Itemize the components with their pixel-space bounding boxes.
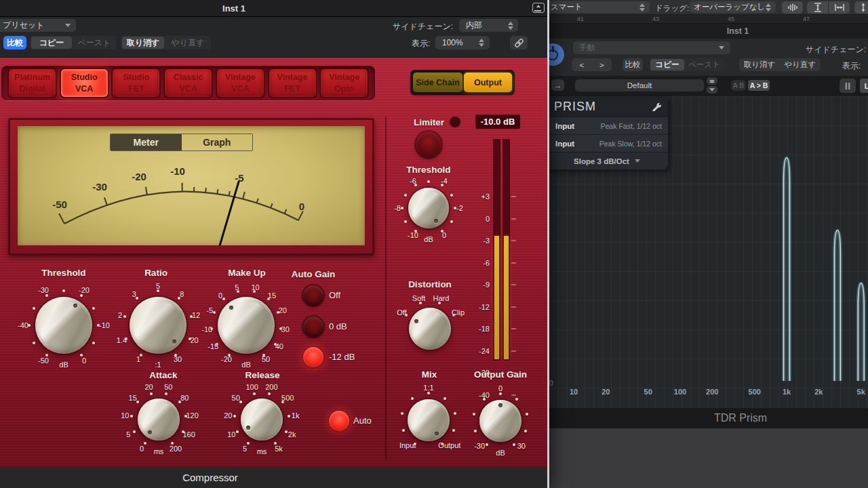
- model-button[interactable]: VintageOpto: [319, 68, 369, 98]
- knob-scale-label: -8: [394, 204, 401, 212]
- led-button[interactable]: [303, 285, 323, 306]
- model-button[interactable]: VintageVCA: [216, 68, 265, 98]
- knob-scale-label: 0: [82, 357, 86, 365]
- popout-window-icon[interactable]: [532, 3, 545, 13]
- bg-pause-button[interactable]: [840, 79, 856, 93]
- knob-tick: [136, 401, 139, 403]
- auto-release-led-button[interactable]: [329, 411, 349, 431]
- tdr-prism-titlebar[interactable]: TDR Prism: [549, 408, 868, 428]
- limiter-button[interactable]: [416, 131, 441, 157]
- knob-scale-label: -30: [474, 442, 485, 450]
- meter-scale-label: +3: [467, 192, 490, 201]
- bg-prev-button[interactable]: <: [572, 61, 592, 69]
- knob-scale-label: 0: [140, 445, 144, 453]
- comp-window-title: Inst 1: [222, 3, 245, 14]
- side-chain-button[interactable]: Side Chain: [413, 73, 462, 92]
- knob-face: [241, 399, 283, 441]
- knob-pointer: [73, 304, 77, 308]
- bg-plugin-titlebar[interactable]: Inst 1: [549, 24, 868, 39]
- bg-copy-button[interactable]: コピー: [650, 59, 684, 70]
- knob-scale-label: 8: [180, 290, 184, 298]
- model-button[interactable]: ClassicVCA: [163, 68, 213, 98]
- prism-input-row[interactable]: Input Peak Fast, 1/12 oct: [546, 117, 668, 134]
- threshold-knob[interactable]: -50-40-30-20-100dB: [12, 274, 115, 377]
- meter-tick: [511, 306, 516, 308]
- bg-link-mode-button[interactable]: L: [860, 79, 868, 93]
- bg-next-preset-button[interactable]: →: [551, 79, 564, 91]
- vertical-zoom-icon: [814, 3, 822, 12]
- meter-tick: [511, 328, 516, 329]
- knob-tick: [62, 289, 65, 292]
- bg-preset-dropdown[interactable]: 手動: [573, 41, 730, 54]
- bg-paste-button[interactable]: ペースト: [684, 60, 724, 70]
- freq-label: 5k: [857, 388, 865, 396]
- knob-tick: [33, 342, 35, 344]
- bg-redo-button[interactable]: やり直す: [785, 60, 816, 70]
- tab-meter[interactable]: Meter: [111, 134, 182, 150]
- ruler-number: 47: [803, 16, 810, 22]
- comp-undo-button[interactable]: 取り消す: [122, 37, 164, 49]
- led-button[interactable]: [303, 347, 323, 367]
- comp-zoom-dropdown[interactable]: 100%: [435, 36, 490, 49]
- prism-title: PRISM: [554, 100, 596, 114]
- comp-paste-button[interactable]: ペースト: [75, 37, 114, 49]
- makeup-knob[interactable]: -20-15-10-505101520304050dB: [196, 275, 296, 375]
- comp-sidechain-dropdown[interactable]: 内部: [459, 19, 518, 32]
- limiter-threshold-knob[interactable]: -10-8-6-4-20dB: [387, 166, 471, 250]
- knob-scale-label: 50: [164, 383, 172, 391]
- knob-scale-label: 5: [243, 445, 247, 453]
- knob-pointer: [246, 426, 250, 430]
- vertical-zoom-button[interactable]: [807, 1, 829, 14]
- vu-scale-label: -50: [52, 199, 67, 210]
- tdr-prism-window-title: TDR Prism: [714, 412, 767, 424]
- model-button[interactable]: PlatinumDigital: [7, 68, 57, 98]
- model-button[interactable]: StudioVCA: [60, 68, 109, 98]
- chevron-down-icon: [635, 159, 640, 163]
- model-button[interactable]: StudioFET: [111, 68, 161, 98]
- knob-scale-label: 5: [156, 282, 160, 290]
- limiter-threshold-display[interactable]: -10.0 dB: [475, 115, 520, 129]
- knob-face: [408, 188, 449, 228]
- knob-tick: [513, 443, 515, 446]
- comp-link-button[interactable]: [510, 36, 528, 49]
- comp-preset-dropdown[interactable]: プリセット: [0, 19, 76, 32]
- freq-label: 200: [706, 388, 718, 396]
- bg-a-to-b-button[interactable]: A > B: [748, 80, 770, 91]
- bg-preset-stepper[interactable]: [707, 77, 717, 94]
- bg-compare-button[interactable]: 比較: [623, 58, 643, 71]
- knob-scale-label: 3: [132, 290, 136, 298]
- horizontal-zoom-button[interactable]: [829, 1, 850, 14]
- led-button[interactable]: [303, 317, 323, 337]
- knob-tick: [483, 398, 486, 401]
- output-gain-knob[interactable]: 0-3030dB: [457, 378, 544, 464]
- knob-scale-label: 0: [218, 291, 222, 300]
- ratio-knob[interactable]: 11.42358122030:1: [108, 275, 208, 375]
- comp-redo-button[interactable]: やり直す: [167, 37, 209, 49]
- drag-mode-dropdown[interactable]: オーバーラップなし: [690, 1, 776, 13]
- knob-scale-label: Off: [397, 308, 406, 317]
- prism-slope-dropdown[interactable]: Slope 3 dB/Oct: [546, 152, 668, 169]
- smart-mode-dropdown[interactable]: スマート: [547, 1, 650, 13]
- bg-next-button[interactable]: >: [592, 61, 612, 69]
- output-button[interactable]: Output: [464, 73, 512, 92]
- comp-sidechain-value: 内部: [466, 20, 482, 31]
- comp-copy-button[interactable]: コピー: [31, 37, 72, 49]
- comp-compare-button[interactable]: 比較: [3, 36, 26, 49]
- knob-scale-label: 1:1: [423, 384, 433, 392]
- model-selector-strip: PlatinumDigitalStudioVCAStudioFETClassic…: [1, 66, 375, 100]
- tab-graph[interactable]: Graph: [182, 134, 253, 150]
- prism-input-row[interactable]: Input Peak Slow, 1/12 oct: [546, 134, 668, 152]
- attack-knob[interactable]: 051015205080120160200ms: [114, 375, 203, 464]
- bg-ab-button[interactable]: A B: [731, 80, 746, 91]
- vertical-arrows-button[interactable]: [854, 1, 868, 14]
- distortion-knob[interactable]: OffSoftHardClip: [387, 285, 473, 372]
- bg-default-preset-field[interactable]: Default: [575, 79, 704, 92]
- release-knob[interactable]: 51020501002005001k2k5kms: [217, 375, 307, 464]
- wrench-icon[interactable]: [652, 102, 661, 111]
- knob-tick: [130, 415, 133, 418]
- model-button[interactable]: VintageFET: [268, 68, 317, 98]
- waveform-zoom-button[interactable]: [782, 1, 803, 14]
- bg-undo-button[interactable]: 取り消す: [744, 60, 776, 70]
- comp-titlebar[interactable]: Inst 1: [0, 0, 547, 17]
- knob-tick: [236, 430, 239, 433]
